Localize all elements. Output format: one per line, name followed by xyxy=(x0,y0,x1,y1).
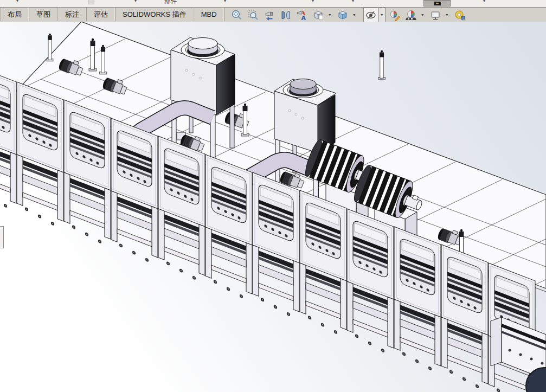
graphics-area[interactable] xyxy=(0,22,546,392)
dropdown-arrow-icon[interactable]: ▾ xyxy=(16,0,18,3)
dropdown-arrow-icon[interactable]: ▾ xyxy=(483,0,485,3)
disabled-tool-icon xyxy=(88,0,94,4)
view-settings-button[interactable] xyxy=(428,8,443,22)
tab-annotate[interactable]: 标注 xyxy=(58,8,87,21)
ribbon-chrome: ▾ ▾ 部件 ▾ ▾ ▾ ▾ 布局草图标注评估SOLIDWORKS 插件MBD … xyxy=(0,0,546,22)
tab-sketch[interactable]: 草图 xyxy=(29,8,58,21)
ribbon-tabs: 布局草图标注评估SOLIDWORKS 插件MBD xyxy=(0,8,224,21)
view-orientation-dropdown[interactable]: ▾ xyxy=(326,8,333,22)
partial-command-label: 部件 xyxy=(164,0,177,6)
edit-appearance-button[interactable] xyxy=(387,8,402,22)
measure-button[interactable] xyxy=(452,8,467,22)
partial-tool-icon xyxy=(434,2,441,5)
view-settings-dropdown[interactable]: ▾ xyxy=(444,8,451,22)
display-style-button[interactable] xyxy=(335,8,350,22)
view-orientation-button[interactable] xyxy=(311,8,326,22)
hide-show-items-dropdown[interactable]: ▾ xyxy=(379,8,386,22)
section-view-button[interactable] xyxy=(278,8,293,22)
dropdown-arrow-icon[interactable]: ▾ xyxy=(134,0,137,3)
apply-scene-button[interactable] xyxy=(403,8,419,22)
pressed-toolbar-button[interactable] xyxy=(423,0,451,7)
tab-layout[interactable]: 布局 xyxy=(0,8,29,21)
dropdown-arrow-icon[interactable]: ▾ xyxy=(352,0,354,3)
previous-view-button[interactable] xyxy=(262,8,277,22)
commandmanager-row: 布局草图标注评估SOLIDWORKS 插件MBD A▾▾▾▾▾ xyxy=(0,8,546,22)
ribbon-top-partial-row: ▾ ▾ 部件 ▾ ▾ ▾ ▾ xyxy=(0,0,546,8)
featuremanager-collapsed-tab[interactable] xyxy=(0,226,4,248)
tab-evaluate[interactable]: 评估 xyxy=(87,8,115,21)
annotation-view-button[interactable]: A xyxy=(294,8,310,22)
tab-mbd[interactable]: MBD xyxy=(194,8,224,21)
zoom-to-area-button[interactable] xyxy=(246,8,261,22)
hide-show-items-button[interactable] xyxy=(363,8,378,22)
tab-sw-addins[interactable]: SOLIDWORKS 插件 xyxy=(115,8,194,21)
view-toolbar: A▾▾▾▾▾ xyxy=(229,8,468,22)
apply-scene-dropdown[interactable]: ▾ xyxy=(419,8,426,22)
machine-3d-model[interactable] xyxy=(0,22,546,392)
dropdown-arrow-icon[interactable]: ▾ xyxy=(224,0,226,3)
display-style-dropdown[interactable]: ▾ xyxy=(351,8,358,22)
zoom-to-fit-button[interactable] xyxy=(229,8,245,22)
dropdown-arrow-icon[interactable]: ▾ xyxy=(312,0,314,3)
svg-text:A: A xyxy=(301,14,306,21)
